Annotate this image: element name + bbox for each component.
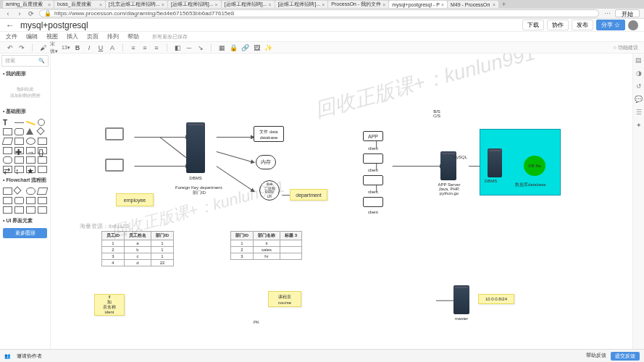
shape-line[interactable] xyxy=(26,121,35,125)
table-department[interactable]: 部门ID部门名称标题 3 1it 2sales 3hr xyxy=(230,231,302,260)
close-icon[interactable]: × xyxy=(268,2,271,7)
new-tab-button[interactable]: + xyxy=(499,1,509,8)
menu-edit[interactable]: 编辑 xyxy=(26,33,38,41)
nav-icon[interactable]: ▤ xyxy=(635,56,643,65)
node-dbfile[interactable]: DB file xyxy=(524,156,545,176)
my-shapes-panel[interactable]: • 我的图形 xyxy=(0,68,50,80)
text-color-icon[interactable]: A xyxy=(108,43,117,52)
shape-misc[interactable] xyxy=(38,166,47,173)
browser-tab[interactable]: boss_百度搜索× xyxy=(54,1,105,8)
shape-triangle[interactable] xyxy=(26,128,33,135)
redo-icon[interactable]: ↷ xyxy=(17,43,26,52)
align-center-icon[interactable]: ≡ xyxy=(141,43,149,52)
shape-pentagon[interactable] xyxy=(38,138,47,145)
shape-diamond[interactable] xyxy=(36,127,44,135)
back-icon[interactable]: ‹ xyxy=(4,10,12,17)
shape-db[interactable] xyxy=(14,197,24,204)
font-dropdown[interactable]: 宋体▾ xyxy=(50,43,59,52)
menu-page[interactable]: 页面 xyxy=(87,33,99,41)
browser-tab[interactable]: aming_百度搜索× xyxy=(3,1,54,8)
node-memory[interactable]: 内存 xyxy=(256,155,276,169)
close-icon[interactable]: × xyxy=(215,2,218,7)
shape-rect[interactable] xyxy=(3,128,12,135)
close-icon[interactable]: × xyxy=(99,2,102,7)
fill-icon[interactable]: ◧ xyxy=(173,43,182,52)
feature-toggle[interactable]: ○ 功能建议 xyxy=(614,44,638,51)
download-button[interactable]: 下载 xyxy=(522,20,544,30)
shape-misc3[interactable] xyxy=(26,206,35,214)
browser-tab[interactable]: [运维工程师招聘]...× xyxy=(168,1,221,8)
underline-icon[interactable]: U xyxy=(96,43,105,52)
table-employee[interactable]: 员工ID员工姓名部门ID 1a1 2b1 3c1 4d22 xyxy=(101,231,174,266)
close-icon[interactable]: × xyxy=(322,2,325,7)
sticky-department[interactable]: department xyxy=(290,189,327,201)
shape-cyl[interactable] xyxy=(3,156,12,164)
history-icon[interactable]: ↺ xyxy=(635,83,643,91)
invite-collaborator[interactable]: 邀请协作者 xyxy=(17,353,42,360)
shape-text[interactable]: T xyxy=(3,119,12,126)
shape-ellipse[interactable] xyxy=(26,138,35,145)
undo-icon[interactable]: ↶ xyxy=(6,43,14,52)
layers-icon[interactable]: ☰ xyxy=(635,109,643,117)
shape-decision[interactable] xyxy=(13,186,21,194)
close-icon[interactable]: × xyxy=(441,2,444,7)
reload-icon[interactable]: ⟳ xyxy=(28,10,35,17)
shape-hexagon[interactable] xyxy=(14,138,24,145)
shape-misc4[interactable] xyxy=(38,206,47,214)
node-dbms-server[interactable] xyxy=(488,148,502,177)
basic-shapes-panel[interactable]: • 基础图形 xyxy=(0,106,50,117)
shape-data[interactable] xyxy=(37,188,49,195)
node-app[interactable]: APP xyxy=(363,131,383,141)
menu-file[interactable]: 文件 xyxy=(6,33,17,41)
node-client[interactable] xyxy=(363,153,383,164)
menu-arrange[interactable]: 排列 xyxy=(107,33,119,41)
back-arrow-icon[interactable]: ← xyxy=(6,20,14,30)
shape-arrow3[interactable]: ↕ xyxy=(14,166,24,173)
menu-help[interactable]: 帮助 xyxy=(127,33,139,41)
image-icon[interactable]: 🖼 xyxy=(252,43,261,52)
magic-icon[interactable]: ✨ xyxy=(264,43,272,52)
node-data-file[interactable]: 文件 data database xyxy=(254,126,284,142)
node-server[interactable]: DBMS xyxy=(186,122,205,173)
shape-arrow[interactable]: → xyxy=(26,147,35,154)
close-icon[interactable]: × xyxy=(493,2,495,7)
menu-view[interactable]: 视图 xyxy=(46,33,58,41)
shape-subproc[interactable] xyxy=(3,197,12,204)
theme-icon[interactable]: ◑ xyxy=(635,70,643,78)
shape-line[interactable] xyxy=(14,122,24,123)
sticky-employee[interactable]: employee xyxy=(116,193,154,206)
shape-circle[interactable] xyxy=(38,119,45,126)
ui-elements-panel[interactable]: • UI 界面元素 xyxy=(0,215,50,227)
browser-tab[interactable]: [运维工程师招聘]...× xyxy=(222,1,275,8)
lock-icon[interactable]: 🔒 xyxy=(229,43,238,52)
sticky-ip[interactable]: 10.0.0.8/24 xyxy=(478,294,514,304)
extension-icon[interactable]: ⋯ xyxy=(603,10,611,17)
shape-star[interactable]: ★ xyxy=(26,166,35,173)
browser-tab[interactable]: [运维工程师招聘]...× xyxy=(275,1,328,8)
shape-rounded[interactable] xyxy=(14,128,24,135)
line-icon[interactable]: ─ xyxy=(185,43,193,52)
node-master-server[interactable] xyxy=(453,285,469,314)
layer-icon[interactable]: ▦ xyxy=(217,43,226,52)
canvas-area[interactable]: 回收正版课+：kunlun991 回收正版课+：kunlun991 海量资源：i… xyxy=(51,54,632,349)
close-icon[interactable]: × xyxy=(162,2,164,7)
shape-doc[interactable] xyxy=(26,156,35,164)
shape-process[interactable] xyxy=(3,188,12,195)
node-laptop[interactable] xyxy=(105,159,124,172)
coop-button[interactable]: 协作 xyxy=(547,20,569,30)
document-title[interactable]: mysql+postgresql xyxy=(20,20,88,30)
ai-icon[interactable]: ✦ xyxy=(635,122,643,130)
node-client[interactable] xyxy=(363,175,383,185)
more-shapes-button[interactable]: 更多图形 xyxy=(3,228,47,238)
node-db-box[interactable]: DBMS DB file 数据库database xyxy=(480,129,561,195)
comment-icon[interactable]: 💬 xyxy=(635,96,643,104)
feedback-link[interactable]: 帮助反馈 xyxy=(586,352,606,361)
align-left-icon[interactable]: ≡ xyxy=(129,43,138,52)
shape-manual[interactable] xyxy=(3,206,12,214)
brush-icon[interactable]: 🖌 xyxy=(38,43,47,52)
link-icon[interactable]: 🔗 xyxy=(241,43,249,52)
avatar[interactable] xyxy=(628,20,638,30)
close-icon[interactable]: × xyxy=(382,2,385,7)
start-button[interactable]: 开始 xyxy=(615,9,640,17)
publish-button[interactable]: 发布 xyxy=(572,20,593,30)
